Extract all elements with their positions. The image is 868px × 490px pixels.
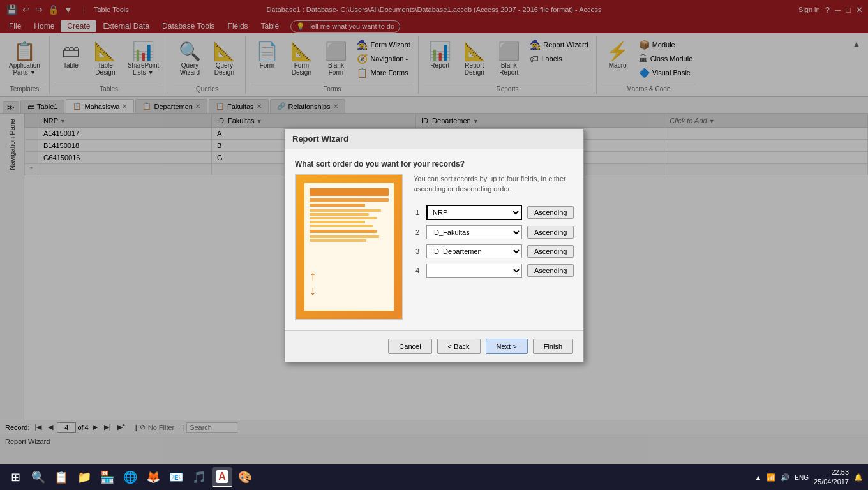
preview-subline-4 [310, 221, 365, 223]
next-button[interactable]: Next > [486, 339, 528, 354]
dialog-description: You can sort records by up to four field… [414, 174, 574, 195]
preview-sublines-2 [310, 235, 389, 242]
sort-select-2[interactable]: NRP ID_Fakultas ID_Departemen [426, 225, 522, 239]
mail-icon[interactable]: 📧 [166, 467, 186, 487]
access-icon[interactable]: A [212, 467, 232, 487]
preview-subline-2 [310, 213, 369, 216]
sort-num-3: 3 [414, 248, 421, 255]
back-button[interactable]: < Back [437, 339, 481, 354]
task-view-button[interactable]: 📋 [51, 467, 71, 487]
edge-icon[interactable]: 🌐 [120, 467, 140, 487]
paint-icon[interactable]: 🎨 [235, 467, 255, 487]
sort-btn-3[interactable]: Ascending [527, 245, 574, 258]
notification-icon[interactable]: 🔔 [854, 473, 863, 482]
preview-arrow: ↑↓ [310, 269, 316, 298]
sort-num-4: 4 [414, 267, 421, 274]
sort-select-4[interactable]: NRP ID_Fakultas ID_Departemen [426, 264, 522, 278]
taskbar-clock[interactable]: 22:53 25/04/2017 [814, 468, 849, 487]
clock-time: 22:53 [814, 468, 849, 477]
finish-button[interactable]: Finish [533, 339, 573, 354]
sort-fields: You can sort records by up to four field… [414, 174, 574, 320]
dialog-preview: ↑↓ [295, 174, 403, 320]
sort-btn-2[interactable]: Ascending [527, 226, 574, 239]
taskbar: ⊞ 🔍 📋 📁 🏪 🌐 🦊 📧 🎵 A 🎨 ▲ 📶 🔊 ENG 22:53 25… [0, 464, 868, 490]
sort-select-1[interactable]: NRP ID_Fakultas ID_Departemen [426, 205, 522, 220]
lang-icon[interactable]: ENG [795, 474, 809, 481]
network-icon[interactable]: 📶 [767, 473, 775, 482]
start-button[interactable]: ⊞ [5, 467, 26, 487]
file-explorer-icon[interactable]: 📁 [74, 467, 94, 487]
sort-row-3: 3 NRP ID_Fakultas ID_Departemen Ascendin… [414, 244, 574, 258]
firefox-icon[interactable]: 🦊 [143, 467, 163, 487]
preview-subline-5 [310, 225, 373, 227]
sort-row-2: 2 NRP ID_Fakultas ID_Departemen Ascendin… [414, 225, 574, 239]
preview-subline-6 [310, 235, 379, 238]
dialog-title: Report Wizard [285, 129, 583, 149]
sort-row-4: 4 NRP ID_Fakultas ID_Departemen Ascendin… [414, 264, 574, 278]
preview-subline-3 [310, 217, 377, 219]
preview-subline-1 [310, 209, 381, 212]
dialog-overlay: Report Wizard What sort order do you wan… [0, 0, 868, 490]
cancel-button[interactable]: Cancel [388, 339, 431, 354]
preview-line-1 [310, 198, 389, 202]
dialog-content: ↑↓ You can sort records by up to four fi… [295, 174, 573, 320]
sort-row-1: 1 NRP ID_Fakultas ID_Departemen Ascendin… [414, 205, 574, 220]
dialog-footer: Cancel < Back Next > Finish [285, 330, 583, 362]
music-icon[interactable]: 🎵 [189, 467, 209, 487]
dialog-body: What sort order do you want for your rec… [285, 149, 583, 330]
taskbar-tray: ▲ 📶 🔊 ENG 22:53 25/04/2017 🔔 [754, 468, 863, 487]
report-wizard-dialog: Report Wizard What sort order do you wan… [284, 128, 584, 362]
sort-btn-1[interactable]: Ascending [527, 206, 574, 219]
preview-line-3 [310, 230, 377, 233]
preview-sublines [310, 209, 389, 227]
report-preview: ↑↓ [304, 183, 394, 311]
preview-subline-7 [310, 239, 366, 242]
sort-btn-4[interactable]: Ascending [527, 264, 574, 277]
sort-select-3[interactable]: NRP ID_Fakultas ID_Departemen [426, 244, 522, 258]
sort-num-1: 1 [414, 209, 421, 216]
tray-icon-1[interactable]: ▲ [754, 473, 761, 481]
search-button[interactable]: 🔍 [28, 467, 49, 487]
dialog-subtitle: What sort order do you want for your rec… [295, 160, 573, 168]
preview-line-2 [310, 204, 365, 207]
volume-icon[interactable]: 🔊 [781, 473, 789, 482]
clock-date: 25/04/2017 [814, 477, 849, 487]
preview-header-bar [310, 188, 389, 196]
store-icon[interactable]: 🏪 [97, 467, 117, 487]
sort-num-2: 2 [414, 228, 421, 236]
